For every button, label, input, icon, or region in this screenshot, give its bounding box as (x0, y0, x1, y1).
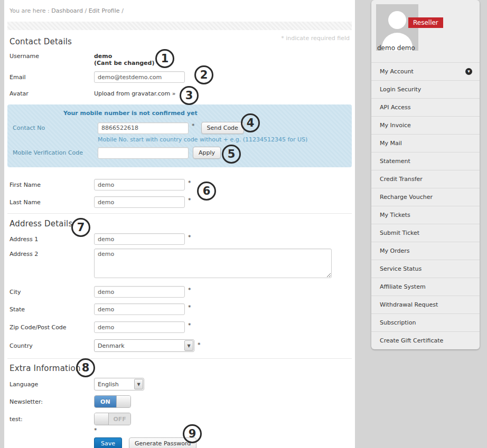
email-label: Email (10, 74, 94, 81)
state-required-marker: * (188, 304, 191, 311)
sidebar-item-label: Statement (380, 152, 410, 170)
city-label: City (10, 289, 94, 296)
contact-no-required-marker: * (192, 122, 195, 129)
first-name-label: First Name (10, 182, 94, 188)
country-label: Country (10, 342, 94, 349)
zip-required-marker: * (188, 322, 191, 329)
account-sidebar: Reseller demo demo My Account ▾ Login Se… (371, 0, 480, 349)
breadcrumb-trailing: / (120, 7, 124, 14)
save-button[interactable]: Save (94, 437, 122, 448)
sidebar-item-credit-transfer[interactable]: Credit Transfer (371, 170, 480, 188)
sidebar-item-label: My Tickets (380, 206, 410, 224)
newsletter-label: Newsletter: (10, 398, 94, 405)
sidebar-item-my-account[interactable]: My Account ▾ (371, 62, 480, 80)
first-name-field[interactable] (94, 179, 185, 190)
zip-field[interactable] (94, 321, 185, 333)
sidebar-item-api-access[interactable]: API Access (371, 98, 480, 116)
address1-required-marker: * (188, 234, 191, 241)
gravatar-upload-link[interactable]: Upload from gravatar.com » (94, 90, 175, 97)
state-label: State (10, 306, 94, 313)
address-details-heading: Address Details (10, 219, 355, 228)
sidebar-item-affiliate-system[interactable]: Affiliate System (371, 278, 480, 296)
last-name-required-marker: * (188, 197, 191, 204)
state-field[interactable] (94, 303, 185, 315)
sidebar-item-recharge-voucher[interactable]: Recharge Voucher (371, 188, 480, 206)
apply-button[interactable]: Apply (193, 147, 221, 159)
sidebar-item-my-mail[interactable]: My Mail (371, 134, 480, 152)
sidebar-item-label: Affiliate System (380, 278, 426, 296)
sidebar-item-label: Login Security (380, 81, 421, 98)
last-name-field[interactable] (94, 196, 185, 208)
sidebar-item-statement[interactable]: Statement (371, 152, 480, 170)
section-divider (7, 213, 352, 214)
verification-code-field[interactable] (98, 147, 189, 159)
annotation-circle-4: 4 (241, 113, 260, 132)
sidebar-item-label: My Mail (380, 135, 402, 152)
annotation-circle-5: 5 (222, 145, 241, 164)
toggle-knob (95, 413, 109, 425)
sidebar-item-label: My Account (380, 63, 414, 80)
sidebar-item-my-orders[interactable]: My Orders (371, 242, 480, 260)
required-field-note: * indicate required field (281, 35, 350, 42)
breadcrumb-link-dashboard[interactable]: Dashboard (51, 7, 83, 14)
sidebar-item-label: Withdrawal Request (380, 296, 438, 313)
email-field[interactable] (94, 71, 185, 83)
country-required-marker: * (198, 341, 201, 348)
username-value: demo (94, 53, 112, 60)
annotation-circle-6: 6 (197, 182, 216, 201)
newsletter-toggle[interactable]: ON (94, 395, 131, 408)
sidebar-item-submit-ticket[interactable]: Submit Ticket (371, 224, 480, 242)
verification-code-label: Mobile Verification Code (13, 149, 98, 156)
breadcrumb: You are here : Dashboard / Edit Profile … (4, 0, 355, 14)
username-label: Username (10, 53, 94, 60)
sidebar-item-login-security[interactable]: Login Security (371, 80, 480, 98)
annotation-circle-9: 9 (183, 424, 202, 443)
sidebar-item-label: Recharge Voucher (380, 188, 433, 206)
language-label: Language (10, 381, 94, 388)
address2-field[interactable]: demo (94, 249, 332, 278)
contact-details-heading: Contact Details (10, 37, 72, 46)
address1-field[interactable] (94, 233, 185, 245)
annotation-circle-3: 3 (180, 86, 199, 105)
toggle-off-label: OFF (109, 413, 130, 425)
sidebar-item-my-invoice[interactable]: My Invoice (371, 116, 480, 134)
sidebar-item-label: Submit Ticket (380, 224, 419, 242)
avatar-label: Avatar (10, 90, 94, 97)
sidebar-item-label: Credit Transfer (380, 170, 423, 188)
test-label: test: (10, 416, 94, 423)
breadcrumb-prefix: You are here : (10, 7, 51, 14)
city-required-marker: * (188, 287, 191, 293)
test-toggle[interactable]: OFF (94, 413, 131, 425)
sidebar-item-withdrawal-request[interactable]: Withdrawal Request (371, 296, 480, 313)
sidebar-menu: My Account ▾ Login Security API Access M… (371, 62, 480, 349)
sidebar-item-label: API Access (380, 99, 411, 116)
address2-label: Address 2 (10, 251, 94, 258)
first-name-required-marker: * (188, 179, 191, 186)
sidebar-item-subscription[interactable]: Subscription (371, 313, 480, 331)
divider-bar (7, 22, 352, 30)
sidebar-item-label: Subscription (380, 314, 416, 331)
sidebar-item-label: My Invoice (380, 117, 411, 134)
extra-information-heading: Extra Information (10, 364, 355, 373)
contact-no-field[interactable] (98, 122, 189, 134)
language-select[interactable]: English (94, 378, 144, 390)
country-select[interactable]: Denmark (94, 339, 194, 352)
username-note: (Cant be changed) (94, 60, 154, 66)
annotation-circle-7: 7 (71, 218, 90, 237)
city-field[interactable] (94, 286, 185, 298)
annotation-circle-2: 2 (194, 65, 213, 84)
zip-label: Zip Code/Post Code (10, 324, 94, 331)
annotation-circle-8: 8 (76, 358, 95, 377)
edit-profile-panel: You are here : Dashboard / Edit Profile … (4, 0, 355, 448)
contact-no-label: Contact No (13, 125, 98, 131)
sidebar-item-service-status[interactable]: Service Status (371, 260, 480, 278)
toggle-on-label: ON (95, 396, 116, 407)
sidebar-item-my-tickets[interactable]: My Tickets (371, 206, 480, 224)
section-divider (7, 358, 352, 359)
send-code-button[interactable]: Send Code (201, 122, 244, 134)
sidebar-item-label: My Orders (380, 242, 410, 260)
breadcrumb-link-edit-profile[interactable]: Edit Profile (89, 7, 120, 14)
mobile-format-hint: Mobile No. start with country code witho… (98, 136, 352, 143)
chevron-down-circle-icon: ▾ (465, 68, 472, 75)
sidebar-item-create-gift-certificate[interactable]: Create Gift Certificate (371, 331, 480, 349)
